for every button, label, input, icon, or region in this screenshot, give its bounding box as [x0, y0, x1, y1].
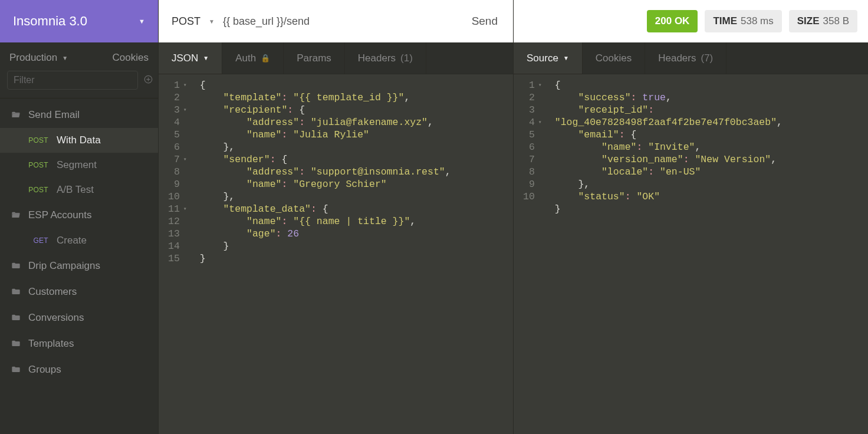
tab-params-label: Params — [297, 52, 331, 64]
response-pane: 200 OK TIME 538 ms SIZE 358 B Source ▼ C… — [513, 0, 868, 434]
workspace-dropdown[interactable]: Insomnia 3.0 ▼ — [0, 0, 158, 42]
chevron-down-icon: ▼ — [209, 18, 215, 25]
method-tag: POST — [26, 186, 48, 194]
chevron-down-icon: ▼ — [139, 18, 145, 25]
response-status-bar: 200 OK TIME 538 ms SIZE 358 B — [514, 0, 868, 42]
tree-folder[interactable]: Drip Campaigns — [0, 253, 158, 279]
method-label: POST — [172, 15, 200, 28]
request-name: A/B Test — [57, 184, 94, 196]
time-label: TIME — [713, 15, 737, 27]
folder-name: ESP Accounts — [28, 209, 91, 221]
tree-folder[interactable]: Send Email — [0, 102, 158, 128]
tab-headers-label: Headers — [358, 52, 396, 64]
tab-body-label: JSON — [172, 52, 198, 64]
request-tree: Send EmailPOSTWith DataPOSTSegmentPOSTA/… — [0, 98, 158, 434]
request-tabs: JSON ▼ Auth 🔒 Params Headers (1) — [159, 42, 513, 74]
response-body-viewer[interactable]: 1▾234▾5678910 { "success": true, "receip… — [514, 74, 868, 434]
method-dropdown[interactable]: POST ▼ — [172, 15, 215, 28]
line-gutter: 1▾23▾4567▾891011▾12131415 — [159, 79, 192, 434]
tree-folder[interactable]: Conversions — [0, 305, 158, 331]
method-tag: POST — [26, 136, 48, 144]
size-badge: SIZE 358 B — [789, 10, 857, 32]
request-name: Create — [57, 235, 87, 246]
code-content: { "success": true, "receipt_id": "log_40… — [547, 79, 788, 434]
tab-response-headers[interactable]: Headers (7) — [645, 42, 726, 74]
sidebar-toolbar: Production ▼ Cookies — [0, 42, 158, 68]
app-root: Insomnia 3.0 ▼ Production ▼ Cookies Send… — [0, 0, 868, 434]
tree-folder[interactable]: Customers — [0, 279, 158, 305]
chevron-down-icon: ▼ — [563, 55, 569, 61]
method-tag: POST — [26, 161, 48, 169]
tab-headers-label: Headers — [658, 52, 696, 64]
status-badge: 200 OK — [647, 10, 698, 32]
url-bar: POST ▼ Send — [159, 0, 513, 42]
main: POST ▼ Send JSON ▼ Auth 🔒 Params — [158, 0, 868, 434]
tab-headers[interactable]: Headers (1) — [345, 42, 426, 74]
add-request-button[interactable] — [144, 75, 153, 86]
plus-circle-icon — [144, 75, 153, 84]
environment-name: Production — [9, 52, 57, 64]
url-input[interactable] — [223, 15, 461, 28]
folder-name: Drip Campaigns — [28, 260, 100, 272]
cookies-button[interactable]: Cookies — [113, 52, 149, 64]
request-name: Segment — [57, 159, 97, 171]
filter-input[interactable] — [7, 71, 138, 90]
tab-auth[interactable]: Auth 🔒 — [222, 42, 284, 74]
tab-body[interactable]: JSON ▼ — [159, 42, 222, 74]
tree-request[interactable]: GETCreate — [0, 228, 158, 253]
request-pane: POST ▼ Send JSON ▼ Auth 🔒 Params — [158, 0, 513, 434]
tab-headers-count: (7) — [701, 52, 713, 64]
chevron-down-icon: ▼ — [62, 55, 68, 61]
tab-source-label: Source — [527, 52, 558, 64]
time-value: 538 ms — [741, 15, 774, 27]
tab-cookies-label: Cookies — [596, 52, 632, 64]
lock-icon: 🔒 — [261, 54, 270, 63]
line-gutter: 1▾234▾5678910 — [514, 79, 547, 434]
folder-name: Templates — [28, 338, 74, 350]
sidebar: Insomnia 3.0 ▼ Production ▼ Cookies Send… — [0, 0, 158, 434]
folder-name: Conversions — [28, 312, 84, 324]
tree-request[interactable]: POSTWith Data — [0, 128, 158, 153]
folder-name: Send Email — [28, 109, 80, 121]
request-name: With Data — [57, 134, 101, 146]
tree-request[interactable]: POSTSegment — [0, 153, 158, 177]
send-button[interactable]: Send — [469, 15, 500, 28]
request-body-editor[interactable]: 1▾23▾4567▾891011▾12131415 { "template": … — [159, 74, 513, 434]
folder-name: Customers — [28, 286, 77, 298]
chevron-down-icon: ▼ — [203, 55, 209, 61]
tab-headers-count: (1) — [400, 52, 413, 64]
size-label: SIZE — [797, 15, 820, 27]
code-content: { "template": "{{ template_id }}", "reci… — [192, 79, 457, 434]
environment-dropdown[interactable]: Production ▼ — [9, 52, 68, 64]
method-tag: GET — [26, 236, 48, 245]
tree-folder[interactable]: Templates — [0, 331, 158, 357]
tree-request[interactable]: POSTA/B Test — [0, 177, 158, 202]
response-tabs: Source ▼ Cookies Headers (7) — [514, 42, 868, 74]
tree-folder[interactable]: Groups — [0, 357, 158, 383]
tab-source[interactable]: Source ▼ — [514, 42, 583, 74]
tab-response-cookies[interactable]: Cookies — [583, 42, 645, 74]
folder-name: Groups — [28, 364, 61, 376]
size-value: 358 B — [823, 15, 849, 27]
workspace-name: Insomnia 3.0 — [13, 14, 87, 29]
time-badge: TIME 538 ms — [705, 10, 781, 32]
sidebar-filter-row — [0, 68, 158, 98]
tab-params[interactable]: Params — [284, 42, 345, 74]
tree-folder[interactable]: ESP Accounts — [0, 202, 158, 228]
tab-auth-label: Auth — [235, 52, 256, 64]
